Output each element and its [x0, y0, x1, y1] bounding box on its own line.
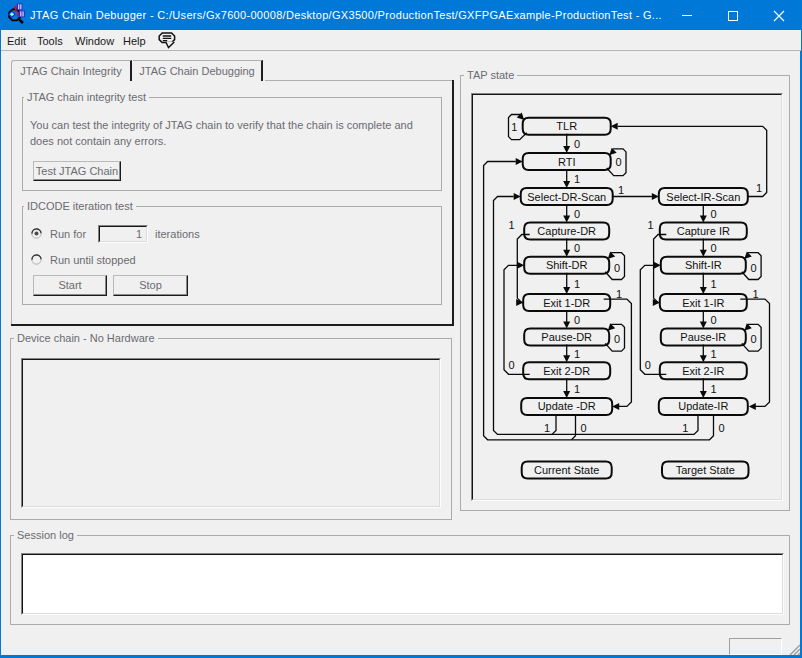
svg-text:0: 0 [508, 359, 514, 371]
svg-text:0: 0 [751, 262, 757, 274]
svg-text:1: 1 [511, 121, 517, 133]
svg-text:0: 0 [711, 314, 717, 326]
svg-text:Exit 1-DR: Exit 1-DR [543, 297, 590, 309]
svg-text:1: 1 [574, 383, 580, 395]
svg-text:Update -DR: Update -DR [538, 400, 596, 412]
svg-text:1: 1 [574, 278, 580, 290]
svg-text:1: 1 [711, 348, 717, 360]
svg-text:Select-DR-Scan: Select-DR-Scan [527, 191, 606, 203]
svg-text:Target State: Target State [676, 464, 735, 476]
svg-text:0: 0 [711, 208, 717, 220]
svg-text:Pause-DR: Pause-DR [541, 331, 592, 343]
svg-text:1: 1 [682, 422, 688, 434]
svg-text:0: 0 [574, 242, 580, 254]
svg-text:Exit 2-IR: Exit 2-IR [682, 365, 724, 377]
svg-text:0: 0 [574, 208, 580, 220]
svg-text:0: 0 [615, 156, 621, 168]
svg-text:Pause-IR: Pause-IR [680, 331, 726, 343]
svg-text:1: 1 [756, 182, 762, 194]
svg-text:0: 0 [580, 422, 586, 434]
svg-text:0: 0 [614, 333, 620, 345]
svg-text:1: 1 [574, 348, 580, 360]
svg-text:Shift-DR: Shift-DR [546, 259, 588, 271]
svg-text:Exit 2-DR: Exit 2-DR [543, 365, 590, 377]
svg-text:Exit 1-IR: Exit 1-IR [682, 297, 724, 309]
svg-text:RTI: RTI [558, 156, 576, 168]
svg-text:0: 0 [645, 359, 651, 371]
svg-text:Select-IR-Scan: Select-IR-Scan [666, 191, 740, 203]
svg-text:1: 1 [508, 219, 514, 231]
svg-text:0: 0 [574, 314, 580, 326]
svg-text:0: 0 [614, 262, 620, 274]
svg-text:Current State: Current State [534, 464, 599, 476]
svg-text:Update-IR: Update-IR [678, 400, 728, 412]
svg-text:1: 1 [711, 278, 717, 290]
svg-text:0: 0 [751, 333, 757, 345]
svg-text:0: 0 [574, 138, 580, 150]
svg-text:0: 0 [711, 242, 717, 254]
svg-text:Shift-IR: Shift-IR [685, 259, 722, 271]
svg-text:1: 1 [544, 422, 550, 434]
svg-text:Capture-DR: Capture-DR [537, 225, 596, 237]
svg-text:TLR: TLR [556, 120, 577, 132]
svg-text:1: 1 [574, 173, 580, 185]
svg-text:1: 1 [752, 288, 758, 300]
svg-text:1: 1 [618, 184, 624, 196]
svg-text:1: 1 [647, 219, 653, 231]
svg-text:1: 1 [616, 288, 622, 300]
svg-text:Capture IR: Capture IR [677, 225, 730, 237]
svg-text:1: 1 [711, 383, 717, 395]
svg-text:0: 0 [718, 422, 724, 434]
